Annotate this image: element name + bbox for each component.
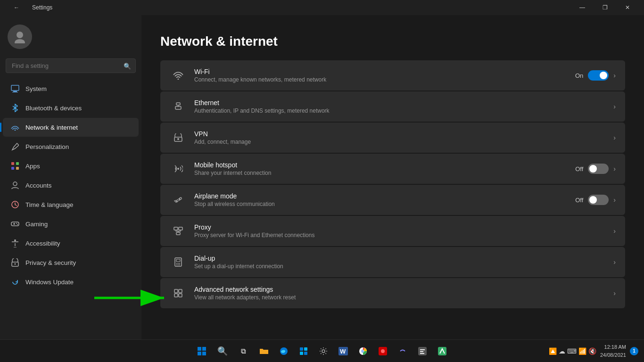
task-view[interactable]: ⧉	[234, 342, 253, 361]
search-input[interactable]	[6, 58, 136, 73]
taskbar-app-0[interactable]	[255, 342, 273, 361]
time-nav-icon	[10, 200, 20, 209]
ethernet-text: Ethernet Authentication, IP and DNS sett…	[194, 99, 613, 114]
settings-item-hotspot[interactable]: Mobile hotspot Share your internet conne…	[160, 154, 625, 184]
sidebar-item-gaming[interactable]: Gaming	[3, 214, 139, 233]
close-button[interactable]: ✕	[617, 0, 638, 15]
sidebar-user[interactable]	[0, 15, 141, 57]
svg-rect-36	[174, 294, 178, 297]
date-display: 24/08/2021	[600, 351, 626, 359]
vpn-title: VPN	[194, 130, 613, 138]
hotspot-chevron: ›	[613, 165, 616, 173]
proxy-right: ›	[613, 227, 616, 235]
advanced-right: ›	[613, 289, 616, 297]
sidebar-item-network[interactable]: Network & internet	[3, 118, 139, 137]
svg-point-13	[16, 223, 17, 224]
taskbar-app-3[interactable]	[314, 342, 333, 361]
svg-rect-37	[179, 294, 182, 297]
svg-rect-41	[202, 352, 206, 355]
sidebar-item-apps[interactable]: Apps	[3, 156, 139, 175]
sidebar-item-privacy[interactable]: Privacy & security	[3, 253, 139, 272]
taskbar-app-1[interactable]	[274, 342, 293, 361]
taskbar-app-2[interactable]	[294, 342, 313, 361]
wifi-title: Wi-Fi	[194, 68, 575, 75]
taskbar-app-9[interactable]	[433, 342, 452, 361]
hotspot-toggle-knob	[589, 165, 597, 173]
proxy-text: Proxy Proxy server for Wi-Fi and Etherne…	[194, 223, 613, 239]
network-nav-icon	[10, 123, 20, 132]
svg-point-0	[17, 32, 23, 38]
title-bar-title: Settings	[32, 4, 52, 11]
svg-point-29	[178, 263, 179, 264]
proxy-chevron: ›	[613, 227, 616, 235]
settings-item-dialup[interactable]: Dial-up Set up a dial-up internet connec…	[160, 247, 625, 277]
airplane-toggle-knob	[589, 196, 597, 204]
taskbar-app-7[interactable]	[393, 342, 412, 361]
tray-wifi[interactable]: 📶	[578, 347, 586, 355]
svg-rect-8	[11, 167, 14, 170]
tray-volume[interactable]: 🔇	[588, 347, 596, 355]
clock[interactable]: 12:18 AM 24/08/2021	[600, 343, 626, 359]
svg-point-28	[176, 263, 177, 264]
sidebar-item-system[interactable]: System	[3, 79, 139, 98]
tray-cloud[interactable]: ☁	[559, 347, 565, 355]
back-button[interactable]: ←	[6, 0, 27, 15]
ethernet-right: ›	[613, 103, 616, 110]
airplane-chevron: ›	[613, 196, 616, 204]
sidebar-item-accessibility[interactable]: Accessibility	[3, 234, 139, 253]
svg-rect-9	[16, 167, 19, 170]
airplane-text: Airplane mode Stop all wireless communic…	[194, 192, 575, 207]
advanced-desc: View all network adapters, network reset	[194, 294, 613, 301]
dialup-chevron: ›	[613, 258, 616, 266]
sidebar-item-bluetooth[interactable]: Bluetooth & devices	[3, 99, 139, 117]
tray-keyboard[interactable]: ⌨	[567, 347, 577, 355]
airplane-icon	[170, 191, 187, 208]
dialup-text: Dial-up Set up a dial-up internet connec…	[194, 255, 613, 270]
svg-rect-7	[16, 162, 19, 165]
title-bar-left: ← Settings	[6, 0, 52, 15]
vpn-desc: Add, connect, manage	[194, 139, 613, 145]
start-button[interactable]	[192, 342, 211, 361]
maximize-button[interactable]: ❐	[594, 0, 616, 15]
svg-rect-42	[300, 347, 303, 351]
taskbar-app-5[interactable]	[354, 342, 372, 361]
taskbar-app-8[interactable]	[413, 342, 432, 361]
settings-item-wifi[interactable]: Wi-Fi Connect, manage known networks, me…	[160, 60, 625, 90]
settings-item-advanced[interactable]: Advanced network settings View all netwo…	[160, 278, 625, 308]
wifi-toggle[interactable]	[588, 70, 609, 81]
update-nav-icon	[10, 277, 20, 287]
hotspot-toggle[interactable]	[588, 164, 609, 174]
airplane-toggle[interactable]	[588, 195, 609, 205]
settings-item-airplane[interactable]: Airplane mode Stop all wireless communic…	[160, 185, 625, 215]
svg-rect-4	[12, 92, 18, 92]
notification-badge[interactable]: 1	[630, 347, 638, 355]
ethernet-chevron: ›	[613, 103, 616, 110]
tray-expand[interactable]: 🔼	[549, 347, 557, 355]
svg-rect-24	[179, 227, 182, 230]
advanced-icon	[170, 285, 187, 302]
sidebar-item-accounts[interactable]: Accounts	[3, 176, 139, 195]
sidebar-item-label-gaming: Gaming	[25, 221, 48, 228]
sidebar-item-time[interactable]: Time & language	[3, 195, 139, 214]
svg-rect-38	[198, 347, 201, 351]
avatar	[8, 25, 32, 49]
minimize-button[interactable]: —	[571, 0, 593, 15]
airplane-desc: Stop all wireless communication	[194, 201, 575, 207]
svg-rect-57	[420, 349, 425, 350]
sidebar-item-personalization[interactable]: Personalization	[3, 137, 139, 156]
svg-rect-25	[176, 232, 180, 235]
svg-point-22	[177, 168, 179, 170]
taskbar-app-6[interactable]	[373, 342, 392, 361]
proxy-desc: Proxy server for Wi-Fi and Ethernet conn…	[194, 232, 613, 239]
taskbar-app-4[interactable]: W	[334, 342, 353, 361]
svg-rect-6	[11, 162, 14, 165]
settings-item-vpn[interactable]: VPN Add, connect, manage ›	[160, 123, 625, 153]
hotspot-toggle-label: Off	[575, 165, 583, 173]
hotspot-text: Mobile hotspot Share your internet conne…	[194, 161, 575, 176]
sidebar-item-label-apps: Apps	[25, 163, 40, 170]
svg-point-30	[179, 263, 180, 264]
bluetooth-nav-icon	[10, 103, 20, 113]
taskbar-search[interactable]: 🔍	[213, 342, 232, 361]
settings-item-ethernet[interactable]: Ethernet Authentication, IP and DNS sett…	[160, 91, 625, 122]
settings-item-proxy[interactable]: Proxy Proxy server for Wi-Fi and Etherne…	[160, 216, 625, 246]
